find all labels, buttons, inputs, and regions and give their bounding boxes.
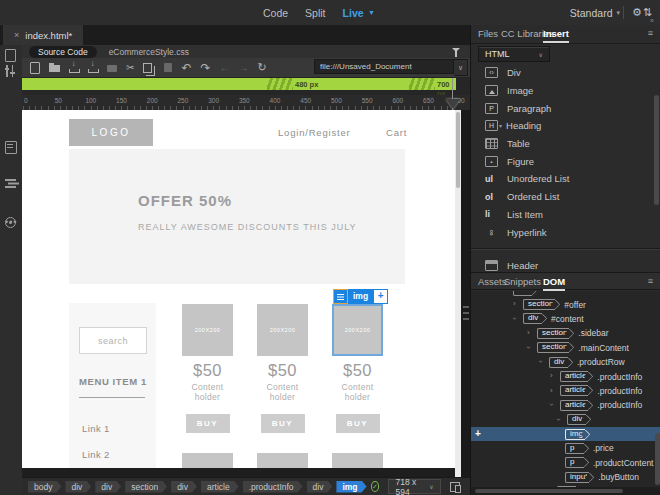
save-icon[interactable] [69,63,79,73]
add-element-icon[interactable]: + [373,289,388,304]
dom-row-input[interactable]: input.buyButton [471,470,660,484]
copy-icon[interactable] [143,63,152,73]
insert-item-table[interactable]: Table [471,135,660,153]
device-preview-icon[interactable] [450,482,460,492]
tag-selector-item[interactable]: body [28,481,61,493]
dom-row-article[interactable]: ›article.productInfo [471,398,660,412]
buy-button[interactable]: BUY [261,414,305,433]
code-inspector-icon[interactable] [5,141,17,154]
insert-item-paragraph[interactable]: Paragraph [471,99,660,117]
css-designer-icon[interactable] [5,65,17,77]
mode-split-button[interactable]: Split [305,7,325,19]
dom-horizontal-scrollbar[interactable] [471,487,660,495]
hamburger-icon[interactable] [333,289,348,304]
tree-open-arrow-icon[interactable]: › [547,403,556,406]
panel-splitter[interactable] [461,110,470,477]
tag-selector-item[interactable]: article [201,481,239,493]
lint-ok-icon[interactable]: ✓ [371,481,380,492]
dom-row-article[interactable]: ›article.productInfo [471,369,660,383]
viewport-resize-handle[interactable] [446,99,460,109]
document-tab[interactable]: × index.html* [3,25,83,45]
buy-button[interactable]: BUY [336,414,380,433]
dom-row-p[interactable]: p.productContent [471,456,660,470]
product-image-placeholder[interactable]: 200X200 [182,304,233,356]
open-folder-icon[interactable] [49,65,60,72]
close-icon[interactable]: × [14,30,19,40]
tag-selector-item[interactable]: div [65,481,91,493]
insert-item-list-item[interactable]: liList Item [471,206,660,224]
insert-item-image[interactable]: Image [471,82,660,100]
cut-icon[interactable]: ✂ [126,63,134,73]
tab-files[interactable]: Files [478,28,498,39]
tag-selector-item[interactable]: img [336,481,366,493]
tree-open-arrow-icon[interactable]: › [554,418,563,421]
files-icon[interactable] [5,49,16,62]
buy-button[interactable]: BUY [186,414,230,433]
tab-dom[interactable]: DOM [543,276,565,291]
tree-closed-arrow-icon[interactable]: › [527,328,530,337]
insert-item-hyperlink[interactable]: Hyperlink [471,223,660,241]
tree-open-arrow-icon[interactable]: › [524,346,533,349]
collapse-panels-icon[interactable]: » [650,17,654,24]
insert-category-select[interactable]: HTML ∨ [478,46,550,62]
insert-item-unordered-list[interactable]: ulUnordered List [471,170,660,188]
dom-row-img[interactable]: +img [471,427,660,441]
redo-icon[interactable]: ↷ [200,62,210,74]
tag-selector-item[interactable]: div [171,481,197,493]
chevron-down-icon[interactable]: ▾ [370,8,374,17]
related-file-css[interactable]: eCommerceStyle.css [109,47,189,57]
insert-item-ordered-list[interactable]: olOrdered List [471,188,660,206]
tree-closed-arrow-icon[interactable]: › [513,299,516,308]
tree-closed-arrow-icon[interactable]: › [550,386,553,395]
scrollbar-thumb[interactable] [456,112,460,188]
tree-open-arrow-icon[interactable]: › [510,317,519,320]
panel-menu-icon[interactable]: ≡ [648,276,653,286]
related-file-source-code[interactable]: Source Code [29,46,97,58]
workspace-switcher[interactable]: Standard ▾ [570,0,620,25]
insert-item-heading[interactable]: ▾Heading [471,117,660,135]
dom-row-article[interactable]: ›article.productInfo [471,384,660,398]
address-bar[interactable] [314,59,454,74]
tag-selector-item[interactable]: div [307,481,333,493]
dom-row-section[interactable]: ›section.mainContent [471,341,660,355]
filter-icon[interactable] [452,48,460,52]
gear-icon[interactable]: ⚙ [632,6,642,19]
element-display-tag[interactable]: img [348,289,373,304]
insert-scrollbar-thumb[interactable] [654,95,659,205]
product-image-placeholder[interactable]: 200X200 [257,304,308,356]
chevron-down-icon[interactable]: ∨ [454,59,468,76]
dom-row-p[interactable]: p.price [471,441,660,455]
dom-row-div[interactable]: ›div [471,413,660,427]
dom-row-div[interactable]: ›div#content [471,312,660,326]
more-options-icon[interactable]: ••• [5,217,17,227]
tab-insert[interactable]: Insert [543,28,569,43]
product-image-placeholder[interactable]: 200X200 [332,304,383,356]
dom-row-div[interactable]: ›div.productRow [471,355,660,369]
new-document-icon[interactable] [30,62,40,74]
splitter-grip-icon[interactable] [463,306,469,308]
dom-scrollbar-thumb[interactable] [655,433,660,485]
tag-selector-item[interactable]: .productInfo [243,481,303,493]
dom-panel-icon[interactable] [5,178,17,188]
tree-closed-arrow-icon[interactable]: › [550,371,553,380]
site-logo[interactable]: LOGO [69,119,153,146]
tab-assets[interactable]: Assets [478,276,507,287]
tag-selector-item[interactable]: div [95,481,121,493]
chevron-down-icon[interactable]: ▾ [499,122,502,129]
tag-selector-item[interactable]: section [125,481,167,493]
refresh-icon[interactable]: ↻ [258,62,267,73]
panel-menu-icon[interactable]: ≡ [648,28,653,38]
undo-icon[interactable]: ↶ [181,62,191,74]
insert-item-figure[interactable]: Figure [471,152,660,170]
window-size-selector[interactable]: 718 x 594 ∨ [388,479,440,494]
dom-row-section[interactable]: ›section#offer [471,297,660,311]
nav-cart[interactable]: Cart [386,127,407,138]
dom-row-section[interactable]: ›section.sidebar [471,326,660,340]
insert-item-div[interactable]: Div [471,64,660,82]
sidebar-link-1[interactable]: Link 1 [82,423,110,434]
media-query-bar[interactable]: 480 px 700 px [22,78,456,90]
mode-code-button[interactable]: Code [263,7,288,19]
mode-live-button[interactable]: Live [343,7,364,19]
save-all-icon[interactable] [88,63,98,73]
scrollbar-thumb[interactable] [475,489,623,493]
